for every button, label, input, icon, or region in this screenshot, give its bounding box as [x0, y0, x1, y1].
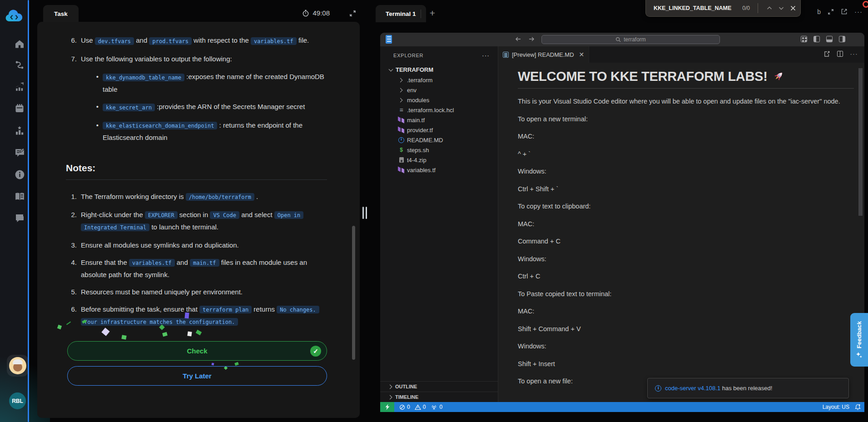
check-button[interactable]: Check ✓	[67, 341, 327, 361]
growth-chart-icon[interactable]	[13, 80, 26, 93]
keyboard-layout-indicator[interactable]: Layout: US	[823, 404, 849, 410]
explorer-file-row[interactable]: README.MD	[380, 135, 498, 145]
home-icon[interactable]	[13, 38, 26, 50]
tab-terminal-1[interactable]: Terminal 1	[376, 5, 426, 22]
error-count: 0	[407, 404, 410, 410]
terminal-tab-label: Terminal 1	[386, 10, 416, 17]
toggle-primary-sidebar-icon[interactable]	[813, 36, 820, 42]
route-icon[interactable]	[13, 59, 26, 71]
notes-list: 1. The Terraform working directory is /h…	[66, 191, 327, 328]
ports-count: 0	[439, 404, 442, 410]
navigate-back-icon[interactable]	[515, 35, 522, 43]
open-external-icon[interactable]	[841, 8, 848, 15]
explorer-file-row[interactable]: modules	[380, 95, 498, 105]
explorer-root-folder[interactable]: TERRAFORM	[380, 65, 498, 75]
errors-icon	[399, 404, 405, 410]
calendar-icon[interactable]	[13, 102, 26, 114]
readme-line: To Paste copied text to terminal:	[518, 288, 854, 300]
feedback-tab[interactable]: Feedback	[850, 313, 868, 367]
toggle-panel-icon[interactable]	[826, 36, 833, 42]
find-next-icon[interactable]	[775, 2, 787, 14]
tab-task[interactable]: Task	[43, 5, 79, 22]
readme-line: ^ + `	[518, 149, 854, 160]
timer-value: 49:08	[312, 9, 330, 17]
split-editor-icon[interactable]	[837, 51, 843, 57]
explorer-file-row[interactable]: env	[380, 85, 498, 95]
radio-tower-icon	[431, 404, 437, 410]
file-type-icon	[397, 96, 405, 104]
editor-scrollbar-thumb[interactable]	[858, 68, 863, 216]
note-text: Resources must be named uniquely per env…	[81, 286, 327, 298]
chat-icon[interactable]	[13, 212, 26, 224]
editor-more-actions-icon[interactable]: ···	[850, 51, 858, 57]
explorer-file-row[interactable]: provider.tf	[380, 125, 498, 135]
new-terminal-tab-button[interactable]: +	[426, 6, 439, 20]
more-options-icon[interactable]: ···	[854, 8, 863, 15]
file-name: t4-4.zip	[407, 157, 427, 164]
rbl-badge[interactable]: RBL	[9, 392, 26, 409]
panel-resize-handle[interactable]	[362, 207, 369, 219]
find-query[interactable]: KKE_LINKED_TABLE_NAME	[654, 5, 731, 11]
task-variable-bullets: • kke_dynamodb_table_name :exposes the n…	[94, 71, 327, 144]
file-type-icon	[397, 136, 405, 144]
open-source-file-icon[interactable]	[823, 51, 830, 57]
fullscreen-icon[interactable]	[828, 9, 834, 15]
explorer-file-row[interactable]: .terraform.lock.hcl	[380, 105, 498, 115]
update-notification-toast[interactable]: code-server v4.108.1 has been released!	[647, 378, 849, 398]
code-server-menu-icon[interactable]	[386, 35, 392, 44]
tab-separator	[421, 10, 421, 18]
explorer-file-row[interactable]: t4-4.zip	[380, 155, 498, 165]
navigate-forward-icon[interactable]	[528, 35, 535, 43]
file-name: modules	[407, 97, 429, 104]
expand-task-panel-icon[interactable]	[349, 10, 356, 17]
code-server-release-link[interactable]: code-server v4.108.1	[665, 385, 720, 392]
readme-line: Ctrl + C	[518, 271, 854, 282]
problems-indicator[interactable]: 0 0	[399, 404, 426, 410]
browser-find-bar[interactable]: KKE_LINKED_TABLE_NAME 0/0	[645, 0, 801, 17]
ports-indicator[interactable]: 0	[431, 404, 442, 410]
customize-layout-icon[interactable]	[801, 36, 807, 42]
user-avatar[interactable]	[7, 355, 29, 377]
notifications-bell-icon[interactable]	[855, 404, 861, 410]
toggle-secondary-sidebar-icon[interactable]	[839, 36, 845, 42]
readme-line: Windows:	[518, 253, 854, 265]
bullet-marker: •	[94, 119, 99, 144]
file-name: main.tf	[407, 117, 425, 124]
timeline-label: TIMELINE	[395, 394, 418, 400]
left-icon-rail: RBL	[0, 0, 29, 422]
explorer-file-row[interactable]: .terraform	[380, 75, 498, 85]
explorer-file-row[interactable]: steps.sh	[380, 145, 498, 155]
sparkle-icon	[856, 352, 863, 358]
task-scrollbar-thumb[interactable]	[352, 226, 355, 360]
readme-title: WELCOME TO KKE TERRAFORM LABS!	[518, 69, 854, 89]
remote-indicator[interactable]	[380, 402, 394, 412]
app-logo-cloud-code-icon[interactable]	[5, 9, 24, 24]
readme-line: Windows:	[518, 341, 854, 352]
outline-section[interactable]: OUTLINE	[380, 381, 498, 392]
explorer-file-row[interactable]: main.tf	[380, 115, 498, 125]
partial-letter: b	[817, 8, 821, 15]
close-tab-icon[interactable]: ✕	[579, 51, 585, 58]
file-type-icon	[397, 166, 405, 174]
timeline-section[interactable]: TIMELINE	[380, 392, 498, 402]
info-icon[interactable]	[13, 168, 26, 181]
info-icon	[655, 385, 661, 392]
vscode-window: terraform EXPLORER ··· TERRAFORM	[380, 33, 864, 412]
explorer-sidebar: EXPLORER ··· TERRAFORM .terraform	[380, 46, 498, 402]
task-instructions: 6. Use dev.tfvars and prod.tfvars with r…	[66, 35, 327, 334]
task-item-text: Use dev.tfvars and prod.tfvars with resp…	[81, 35, 327, 47]
command-search-input[interactable]: terraform	[541, 35, 720, 44]
feedback-note-icon[interactable]	[13, 146, 26, 159]
explorer-file-row[interactable]: variables.tf	[380, 165, 498, 175]
close-find-bar-icon[interactable]	[787, 2, 799, 14]
file-name: provider.tf	[407, 127, 433, 134]
library-book-icon[interactable]	[13, 190, 26, 203]
find-bar-divider	[758, 3, 758, 13]
try-later-button[interactable]: Try Later	[67, 366, 327, 386]
tab-preview-readme[interactable]: [Preview] README.MD ✕	[498, 46, 589, 63]
leaderboard-icon[interactable]	[13, 124, 26, 137]
explorer-more-actions-icon[interactable]: ···	[482, 52, 490, 59]
notes-heading: Notes:	[66, 163, 327, 180]
find-previous-icon[interactable]	[764, 2, 775, 14]
editor-tab-label: [Preview] README.MD	[512, 51, 574, 58]
